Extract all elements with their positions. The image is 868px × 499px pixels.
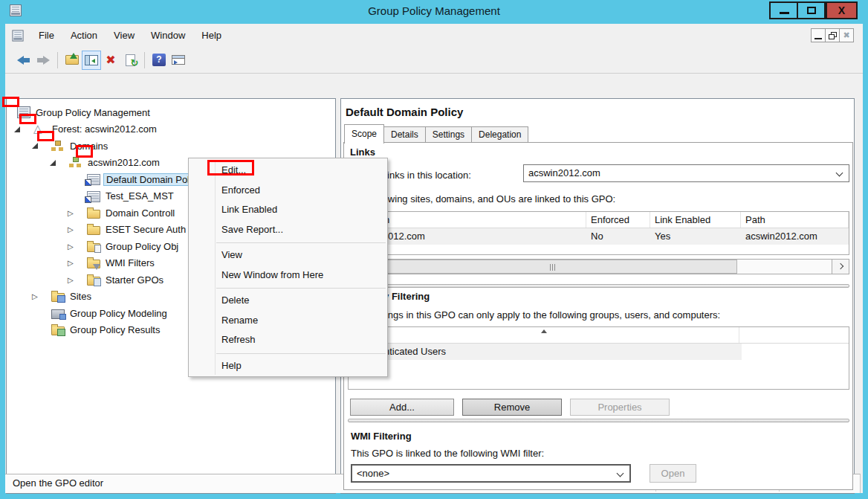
context-menu-item-link-enabled[interactable]: Link Enabled xyxy=(189,200,387,220)
links-table-hscrollbar[interactable] xyxy=(348,259,849,274)
org-icon xyxy=(51,141,65,152)
chevron-down-icon[interactable] xyxy=(617,470,624,477)
security-filtering-list[interactable]: Authenticated Users xyxy=(348,326,849,390)
tab-scope[interactable]: Scope xyxy=(344,124,384,144)
location-combobox-value: acswin2012.com xyxy=(528,167,600,178)
expander-group-policy-obj[interactable]: ▷ xyxy=(68,242,87,251)
tree-item-label: Starter GPOs xyxy=(103,274,166,286)
tree-item-label: Test_ESA_MST xyxy=(103,190,176,202)
context-menu-item-enforced[interactable]: Enforced xyxy=(189,181,387,201)
show-console-tree-icon xyxy=(85,55,98,65)
export-list-button[interactable] xyxy=(169,51,188,70)
list-item-authenticated-users[interactable]: Authenticated Users xyxy=(349,344,742,360)
gpofold-icon xyxy=(87,243,100,252)
folder-icon xyxy=(87,210,100,219)
tree-item-group-policy-management[interactable]: Group Policy Management xyxy=(7,104,335,121)
tree-item-label: Sites xyxy=(68,290,94,303)
results-icon xyxy=(51,326,65,335)
tree-item-label: Domain Controll xyxy=(103,207,177,219)
expander-wmi-filters[interactable]: ▷ xyxy=(68,259,87,267)
column-header-enforced[interactable]: Enforced xyxy=(586,212,650,228)
security-list-header[interactable] xyxy=(349,327,849,344)
expander-domains[interactable] xyxy=(32,143,51,149)
menubar-item-view[interactable]: View xyxy=(106,28,143,44)
context-menu-item-new-window-from-here[interactable]: New Window from Here xyxy=(189,265,387,286)
context-menu-item-delete[interactable]: Delete xyxy=(189,291,387,311)
detail-pane: Default Domain Policy ScopeDetailsSettin… xyxy=(340,98,855,494)
thumb-grip-icon xyxy=(552,264,553,271)
toolbar-separator xyxy=(57,52,58,68)
context-menu-item-save-report[interactable]: Save Report... xyxy=(189,220,387,240)
show-console-tree-button[interactable] xyxy=(82,51,101,70)
up-one-level-button[interactable] xyxy=(62,51,82,70)
tree-item-label: Group Policy Modeling xyxy=(68,307,169,320)
gpo-icon xyxy=(87,174,100,185)
menubar-item-file[interactable]: File xyxy=(30,28,62,44)
back-button[interactable] xyxy=(14,51,33,70)
location-combobox[interactable]: acswin2012.com xyxy=(523,164,849,182)
toolbar-separator xyxy=(144,52,145,68)
title-bar[interactable]: Group Policy Management X xyxy=(0,0,868,24)
context-menu-item-rename[interactable]: Rename xyxy=(189,311,387,331)
properties-button[interactable]: Properties xyxy=(570,399,670,416)
tab-settings[interactable]: Settings xyxy=(425,126,472,143)
chevron-down-icon[interactable] xyxy=(836,170,843,177)
mdi-close-icon: ✖ xyxy=(840,29,853,42)
wmi-filter-combobox[interactable]: <none> xyxy=(351,464,631,483)
expander-starter-gpos[interactable]: ▷ xyxy=(68,276,87,284)
mdi-restore-button[interactable] xyxy=(825,28,840,42)
expander-sites[interactable]: ▷ xyxy=(32,292,51,300)
help-button[interactable]: ? xyxy=(149,51,169,70)
context-menu-item-view[interactable]: View xyxy=(189,245,387,265)
maximize-icon xyxy=(807,7,816,14)
tree-item-domains[interactable]: Domains xyxy=(7,138,335,155)
window-title: Group Policy Management xyxy=(0,0,868,24)
gpo-context-menu: Edit...EnforcedLink EnabledSave Report..… xyxy=(188,158,388,377)
links-intro-text: The following sites, domains, and OUs ar… xyxy=(351,193,615,205)
table-cell: acswin2012.com xyxy=(741,228,849,245)
menubar-item-help[interactable]: Help xyxy=(193,28,230,44)
tab-delegation[interactable]: Delegation xyxy=(471,126,528,143)
context-menu-item-help[interactable]: Help xyxy=(189,356,387,376)
scroll-right-button[interactable] xyxy=(832,260,849,274)
gpmc-window: Group Policy Management X FileActionView… xyxy=(0,0,868,499)
help-icon: ? xyxy=(152,54,166,66)
tab-strip: ScopeDetailsSettingsDelegation xyxy=(344,123,528,143)
starter-icon xyxy=(87,277,100,286)
delete-button[interactable]: ✖ xyxy=(101,51,120,70)
minimize-icon xyxy=(780,12,789,14)
tree-item-label: WMI Filters xyxy=(103,257,157,269)
add-button[interactable]: Add... xyxy=(350,399,454,416)
expander-acswin2012-com[interactable] xyxy=(50,160,69,166)
open-button[interactable]: Open xyxy=(650,464,696,483)
expander-eset-secure-auth[interactable]: ▷ xyxy=(68,225,87,234)
annotation-red-box-edit xyxy=(207,160,254,176)
column-header-link-enabled[interactable]: Link Enabled xyxy=(650,212,741,228)
modeling-icon xyxy=(51,309,65,319)
annotation-red-box-forest-expander xyxy=(2,97,19,107)
maximize-button[interactable] xyxy=(797,1,826,19)
mdi-close-button[interactable]: ✖ xyxy=(839,28,854,42)
console-icon xyxy=(12,30,23,41)
forward-button[interactable] xyxy=(33,51,53,70)
forward-icon xyxy=(36,56,50,65)
minimize-button[interactable] xyxy=(769,1,798,19)
expander-forest-acswin2012-com[interactable] xyxy=(14,126,33,132)
tree-item-forest-acswin2012-com[interactable]: △Forest: acswin2012.com xyxy=(7,121,335,138)
remove-button[interactable]: Remove xyxy=(462,399,562,416)
menubar-item-window[interactable]: Window xyxy=(143,28,193,44)
refresh-button[interactable]: ↻ xyxy=(120,51,140,70)
expander-domain-controll[interactable]: ▷ xyxy=(68,209,87,217)
scope-tab-page: Links Display links in this location: ac… xyxy=(343,142,853,490)
context-menu-item-refresh[interactable]: Refresh xyxy=(189,330,387,350)
menubar-item-action[interactable]: Action xyxy=(62,28,106,44)
wmi-icon xyxy=(87,260,100,268)
tab-details[interactable]: Details xyxy=(383,126,426,143)
delete-icon: ✖ xyxy=(106,54,115,66)
table-row[interactable]: acswin2012.comNoYesacswin2012.com xyxy=(349,228,849,245)
column-header-path[interactable]: Path xyxy=(741,212,849,228)
domain-icon xyxy=(69,157,82,168)
close-button[interactable]: X xyxy=(826,1,858,19)
hscroll-thumb[interactable] xyxy=(366,260,737,274)
mdi-minimize-button[interactable] xyxy=(811,28,826,42)
